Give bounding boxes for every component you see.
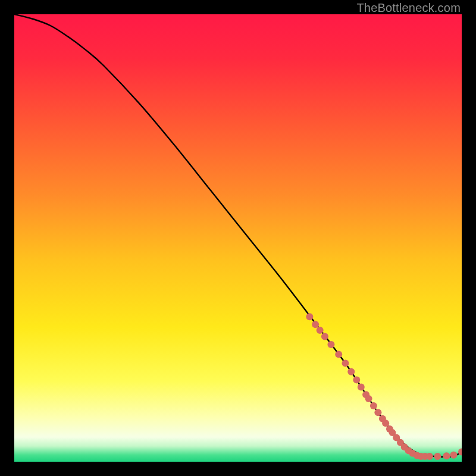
curve-marker xyxy=(321,333,328,340)
chart-frame xyxy=(14,14,462,462)
curve-marker xyxy=(347,368,355,375)
curve-marker xyxy=(434,453,441,460)
curve-marker xyxy=(426,453,433,460)
bottleneck-chart xyxy=(14,14,462,462)
curve-marker xyxy=(327,341,334,348)
curve-marker xyxy=(317,327,324,334)
curve-marker xyxy=(306,313,313,320)
curve-marker xyxy=(450,452,457,459)
curve-marker xyxy=(335,351,342,358)
curve-marker xyxy=(374,409,381,416)
watermark-text: TheBottleneck.com xyxy=(356,1,461,15)
curve-marker xyxy=(370,402,377,409)
curve-marker xyxy=(353,376,360,383)
curve-marker xyxy=(312,321,319,328)
chart-background-gradient xyxy=(14,14,462,462)
curve-marker xyxy=(443,452,450,459)
curve-marker xyxy=(342,360,349,367)
curve-marker xyxy=(365,395,372,402)
curve-marker xyxy=(358,383,365,390)
curve-marker xyxy=(382,419,389,427)
